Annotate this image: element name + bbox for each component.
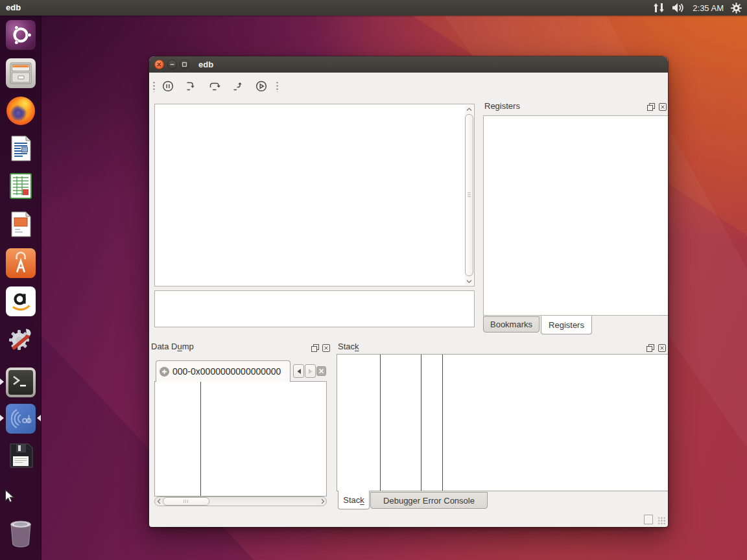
tab-stack[interactable]: Stack [338,491,370,509]
terminal-icon [8,370,33,395]
launcher-item-trash[interactable] [6,519,36,548]
dock-float-button[interactable] [647,103,656,111]
stack-table[interactable] [337,354,668,491]
add-tab-icon[interactable] [160,367,169,377]
data-dump-address-tab[interactable]: 000-0x0000000000000000 [156,360,290,382]
edb-window: edb [149,56,668,527]
clock[interactable]: 2:35 AM [693,3,724,13]
launcher-item-libreoffice-writer[interactable] [6,134,36,163]
disassembly-view[interactable] [154,104,475,286]
launcher-item-firefox[interactable] [6,96,36,126]
tab-debugger-error-console[interactable]: Debugger Error Console [370,492,488,509]
column-divider [442,355,443,491]
launcher-item-amazon[interactable] [6,286,36,316]
step-into-button[interactable] [183,78,200,95]
scroll-up-arrow[interactable] [465,105,473,113]
impress-presentation-icon [6,209,36,239]
address-tab-label: 000-0x0000000000000000 [172,366,281,377]
stack-dock-title: Stack [338,342,359,351]
window-resize-grip[interactable] [658,517,666,525]
registers-dock-title: Registers [484,101,520,111]
dock-close-button[interactable] [322,344,331,353]
registers-view[interactable] [483,115,668,316]
launcher-item-ubuntu-dash[interactable] [6,20,36,50]
launcher-item-file-manager[interactable] [6,58,36,88]
toolbar-handle[interactable] [276,81,278,92]
focused-indicator [37,415,41,421]
floppy-disk-icon [6,441,36,471]
scrollbar-thumb[interactable] [163,497,209,506]
window-close-button[interactable] [154,60,164,69]
active-app-name: edb [6,3,21,12]
mouse-cursor [5,489,17,504]
horizontal-scrollbar[interactable] [154,496,327,506]
window-title: edb [198,60,213,69]
calc-spreadsheet-icon [6,171,36,201]
column-divider [421,355,421,491]
ubuntu-logo-icon [6,20,36,50]
scroll-left-arrow[interactable] [155,497,162,506]
launcher-item-libreoffice-calc[interactable] [6,171,36,201]
gear-wrench-icon [6,325,36,355]
amazon-icon [6,286,36,316]
file-cabinet-icon [6,58,36,88]
info-view[interactable] [154,290,475,327]
network-activity-icon[interactable] [653,3,665,13]
data-dump-dock-title: Data Dump [151,342,194,351]
data-dump-table[interactable] [154,381,327,496]
column-divider [200,382,201,496]
scroll-tabs-right-button[interactable] [305,364,316,378]
launcher-item-terminal[interactable] [6,368,36,397]
launcher-item-system-settings[interactable] [6,325,36,355]
edb-icon [6,404,36,434]
scroll-right-arrow[interactable] [319,497,326,506]
run-button[interactable] [253,78,270,95]
launcher-item-edb[interactable] [6,404,36,434]
scroll-down-arrow[interactable] [465,277,473,285]
writer-document-icon [6,134,36,163]
column-divider [380,355,381,491]
dock-float-button[interactable] [311,344,320,353]
window-maximize-button[interactable] [180,60,189,69]
window-titlebar[interactable]: edb [149,56,668,73]
unity-launcher [0,16,42,560]
top-panel: edb 2:35 AM [0,0,747,16]
toolbar-handle[interactable] [153,81,155,92]
tab-registers[interactable]: Registers [541,316,592,334]
dock-close-button[interactable] [659,103,667,111]
session-gear-icon[interactable] [731,3,742,14]
pause-button[interactable] [160,78,176,95]
step-over-button[interactable] [206,78,223,95]
launcher-item-ubuntu-software[interactable] [6,248,36,278]
firefox-icon [6,97,35,125]
running-indicator [0,379,4,385]
dock-float-button[interactable] [646,344,655,353]
launcher-item-floppy[interactable] [6,441,36,471]
close-tab-button[interactable] [316,366,326,376]
vertical-scrollbar[interactable] [465,105,473,285]
software-bag-icon [6,248,36,278]
window-minimize-button[interactable] [167,60,177,69]
dock-close-button[interactable] [658,344,667,353]
scrollbar-thumb[interactable] [465,114,473,276]
scroll-tabs-left-button[interactable] [293,364,304,378]
trash-icon [6,519,36,548]
status-bar-grip [644,515,653,524]
launcher-item-libreoffice-impress[interactable] [6,209,36,239]
volume-icon[interactable] [672,3,685,13]
step-out-button[interactable] [230,78,246,95]
tab-bookmarks[interactable]: Bookmarks [483,316,540,332]
running-indicator [0,415,4,421]
